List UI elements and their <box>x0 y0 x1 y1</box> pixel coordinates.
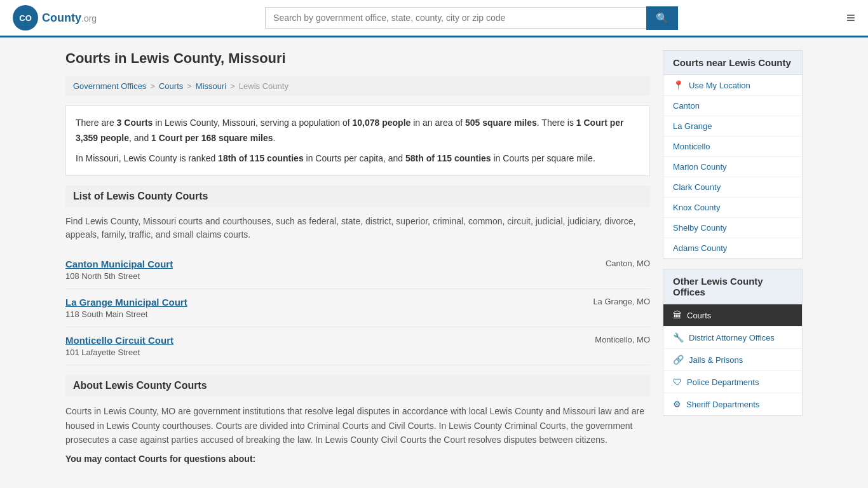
use-my-location-link[interactable]: 📍 Use My Location <box>663 75 802 96</box>
monticello-court-address: 101 Lafayette Street <box>65 348 173 357</box>
location-pin-icon: 📍 <box>673 80 684 90</box>
nearby-monticello[interactable]: Monticello <box>663 137 802 157</box>
court-item-canton: Canton Municipal Court 108 North 5th Str… <box>65 251 650 289</box>
office-jails-link[interactable]: 🔗 Jails & Prisons <box>663 349 802 371</box>
office-sheriff-label: Sheriff Departments <box>686 400 759 409</box>
breadcrumb-missouri[interactable]: Missouri <box>196 81 226 91</box>
office-police-link[interactable]: 🛡 Police Departments <box>663 371 802 393</box>
courts-icon: 🏛 <box>673 310 682 320</box>
office-courts-label: Courts <box>687 311 711 320</box>
about-description: Courts in Lewis County, MO are governmen… <box>65 404 650 447</box>
court-item-monticello: Monticello Circuit Court 101 Lafayette S… <box>65 327 650 365</box>
police-icon: 🛡 <box>673 377 682 387</box>
breadcrumb-lewis-county: Lewis County <box>239 81 288 91</box>
nearby-marion-county[interactable]: Marion County <box>663 157 802 177</box>
office-jails-label: Jails & Prisons <box>689 355 743 365</box>
nearby-shelby-county[interactable]: Shelby County <box>663 218 802 238</box>
main: Courts in Lewis County, Missouri Governm… <box>53 50 815 464</box>
list-description: Find Lewis County, Missouri courts and c… <box>65 215 650 241</box>
nearby-clark-county[interactable]: Clark County <box>663 177 802 198</box>
contact-heading: You may contact Courts for questions abo… <box>65 454 650 464</box>
nearby-courts-title: Courts near Lewis County <box>663 51 802 75</box>
monticello-court-link[interactable]: Monticello Circuit Court <box>65 335 173 346</box>
court-item-lagrange: La Grange Municipal Court 118 South Main… <box>65 289 650 327</box>
da-icon: 🔧 <box>673 332 684 342</box>
menu-icon[interactable]: ≡ <box>846 9 855 27</box>
search-input[interactable] <box>265 7 646 29</box>
nearby-adams-county[interactable]: Adams County <box>663 238 802 259</box>
sheriff-icon: ⚙ <box>673 399 681 409</box>
lagrange-court-location: La Grange, MO <box>593 297 650 306</box>
office-courts-link[interactable]: 🏛 Courts <box>663 304 802 327</box>
stats-box: There are 3 Courts in Lewis County, Miss… <box>65 105 650 176</box>
nearby-lagrange[interactable]: La Grange <box>663 116 802 137</box>
list-section-header: List of Lewis County Courts <box>65 186 650 207</box>
about-section-header: About Lewis County Courts <box>65 375 650 396</box>
use-location-label: Use My Location <box>689 81 750 90</box>
header: CO County.org 🔍 ≡ <box>0 0 868 37</box>
lagrange-court-link[interactable]: La Grange Municipal Court <box>65 297 187 308</box>
other-offices-box: Other Lewis County Offices 🏛 Courts 🔧 Di… <box>663 269 803 416</box>
office-police-label: Police Departments <box>687 377 759 387</box>
breadcrumb: Government Offices > Courts > Missouri >… <box>65 76 650 96</box>
jails-icon: 🔗 <box>673 355 684 365</box>
breadcrumb-gov-offices[interactable]: Government Offices <box>73 81 146 91</box>
svg-text:CO: CO <box>19 13 32 23</box>
nearby-courts-box: Courts near Lewis County 📍 Use My Locati… <box>663 50 803 259</box>
logo-text: County.org <box>42 11 97 25</box>
court-item-canton-row: Canton Municipal Court 108 North 5th Str… <box>65 259 650 281</box>
court-item-monticello-row: Monticello Circuit Court 101 Lafayette S… <box>65 335 650 357</box>
stats-paragraph-1: There are 3 Courts in Lewis County, Miss… <box>76 116 640 146</box>
canton-court-location: Canton, MO <box>606 259 650 268</box>
court-item-lagrange-row: La Grange Municipal Court 118 South Main… <box>65 297 650 319</box>
logo-area: CO County.org <box>13 5 97 30</box>
search-button[interactable]: 🔍 <box>646 6 678 30</box>
office-da-link[interactable]: 🔧 District Attorney Offices <box>663 327 802 349</box>
other-offices-title: Other Lewis County Offices <box>663 269 802 304</box>
courts-list: Canton Municipal Court 108 North 5th Str… <box>65 251 650 365</box>
search-area: 🔍 <box>265 6 678 30</box>
canton-court-address: 108 North 5th Street <box>65 271 173 281</box>
monticello-court-location: Monticello, MO <box>595 335 650 344</box>
stats-paragraph-2: In Missouri, Lewis County is ranked 18th… <box>76 151 640 166</box>
content-area: Courts in Lewis County, Missouri Governm… <box>65 50 650 464</box>
nearby-canton[interactable]: Canton <box>663 96 802 116</box>
canton-court-link[interactable]: Canton Municipal Court <box>65 259 173 269</box>
breadcrumb-courts[interactable]: Courts <box>159 81 183 91</box>
office-da-label: District Attorney Offices <box>689 333 775 342</box>
nearby-knox-county[interactable]: Knox County <box>663 198 802 218</box>
office-sheriff-link[interactable]: ⚙ Sheriff Departments <box>663 393 802 416</box>
sidebar: Courts near Lewis County 📍 Use My Locati… <box>663 50 803 464</box>
lagrange-court-address: 118 South Main Street <box>65 309 187 319</box>
page-title: Courts in Lewis County, Missouri <box>65 50 650 67</box>
logo-icon: CO <box>13 5 38 30</box>
